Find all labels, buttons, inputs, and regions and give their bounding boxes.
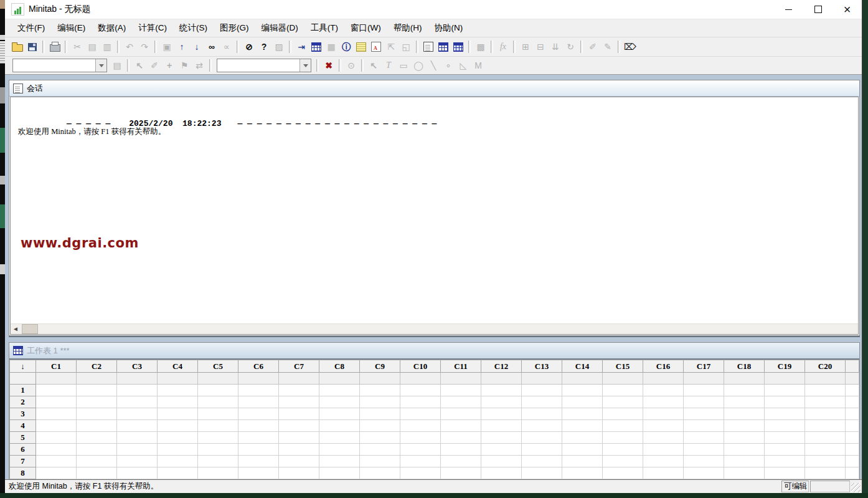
worksheet-cell[interactable] <box>279 396 319 408</box>
column-header-c15[interactable]: C15 <box>603 360 643 373</box>
worksheet-cell[interactable] <box>522 432 562 444</box>
worksheet-cell[interactable] <box>158 432 198 444</box>
worksheet-cell[interactable] <box>522 385 562 396</box>
row-header-8[interactable]: 8 <box>10 467 36 479</box>
worksheet-cell[interactable] <box>846 396 859 408</box>
previous-command-icon[interactable]: ↑ <box>174 40 189 54</box>
worksheet-cell[interactable] <box>319 467 360 479</box>
column-name-cell[interactable] <box>238 373 279 385</box>
worksheet-cell[interactable] <box>36 420 77 432</box>
worksheet-cell[interactable] <box>360 479 400 480</box>
name-row-header[interactable] <box>10 373 36 385</box>
worksheet-cell[interactable] <box>360 456 400 467</box>
worksheet-cell[interactable] <box>319 385 360 396</box>
menu-item[interactable]: 计算(C) <box>132 20 173 36</box>
worksheet-cell[interactable] <box>765 479 805 480</box>
worksheet-cell[interactable] <box>603 396 643 408</box>
scroll-left-icon[interactable]: ◄ <box>11 324 21 334</box>
worksheet-cell[interactable] <box>36 385 77 396</box>
row-header-2[interactable]: 2 <box>10 396 36 408</box>
worksheet-cell[interactable] <box>319 456 360 467</box>
worksheet-cell[interactable] <box>279 479 319 480</box>
worksheet-cell[interactable] <box>643 432 684 444</box>
worksheet-cell[interactable] <box>77 432 117 444</box>
worksheet-cell[interactable] <box>643 396 684 408</box>
worksheet-cell[interactable] <box>319 420 360 432</box>
menu-item[interactable]: 文件(F) <box>11 20 51 36</box>
worksheet-cell[interactable] <box>603 444 643 456</box>
worksheet-cell[interactable] <box>684 420 724 432</box>
worksheet-cell[interactable] <box>481 420 522 432</box>
worksheet-cell[interactable] <box>846 385 859 396</box>
worksheet-cell[interactable] <box>360 432 400 444</box>
worksheet-cell[interactable] <box>77 467 117 479</box>
worksheet-cell[interactable] <box>481 396 522 408</box>
print-icon[interactable] <box>47 40 62 54</box>
column-header-c8[interactable]: C8 <box>319 360 360 373</box>
worksheet-cell[interactable] <box>805 420 846 432</box>
exchange-rows-icon[interactable]: ↻ <box>563 40 578 54</box>
column-header-c12[interactable]: C12 <box>481 360 522 373</box>
menu-item[interactable]: 协助(N) <box>428 20 469 36</box>
marker-tool-icon[interactable]: ∘ <box>441 59 456 72</box>
column-header-c11[interactable]: C11 <box>441 360 481 373</box>
worksheet-cell[interactable] <box>117 408 158 420</box>
graph-combobox-value[interactable] <box>13 59 95 72</box>
cancel-icon[interactable]: ⊘ <box>242 40 257 54</box>
worksheet-window-titlebar[interactable]: 工作表 1 *** <box>9 343 859 360</box>
worksheet-cell[interactable] <box>724 467 765 479</box>
worksheet-cell[interactable] <box>441 467 481 479</box>
column-name-cell[interactable] <box>765 373 805 385</box>
session-window-icon[interactable] <box>421 40 436 54</box>
worksheet-cell[interactable] <box>481 479 522 480</box>
worksheet-cell[interactable] <box>238 408 279 420</box>
worksheet-cell[interactable] <box>724 444 765 456</box>
show-history-icon[interactable] <box>354 40 369 54</box>
worksheet-cell[interactable] <box>522 396 562 408</box>
worksheet-cell[interactable] <box>441 444 481 456</box>
cut-icon[interactable]: ✂ <box>70 40 85 54</box>
brush-icon[interactable]: ✐ <box>147 59 162 72</box>
worksheet-cell[interactable] <box>279 408 319 420</box>
graph-properties-icon[interactable]: ▤ <box>110 59 125 72</box>
worksheet-cell[interactable] <box>562 420 603 432</box>
worksheet-cell[interactable] <box>117 385 158 396</box>
worksheet-cell[interactable] <box>805 432 846 444</box>
brush-points-icon[interactable]: ✐ <box>585 40 600 54</box>
column-header-c20[interactable]: C20 <box>805 360 846 373</box>
worksheet-cell[interactable] <box>846 467 859 479</box>
worksheet-cell[interactable] <box>765 456 805 467</box>
column-header-c10[interactable]: C10 <box>400 360 441 373</box>
worksheet-cell[interactable] <box>765 396 805 408</box>
worksheet-cell[interactable] <box>603 385 643 396</box>
worksheet-cell[interactable] <box>562 396 603 408</box>
worksheet-cell[interactable] <box>481 467 522 479</box>
worksheet-cell[interactable] <box>117 420 158 432</box>
worksheet-cell[interactable] <box>117 467 158 479</box>
worksheet-cell[interactable] <box>319 432 360 444</box>
worksheet-cell[interactable] <box>360 396 400 408</box>
polyline-tool-icon[interactable]: ◺ <box>456 59 471 72</box>
column-header-c17[interactable]: C17 <box>684 360 724 373</box>
worksheet-cell[interactable] <box>158 385 198 396</box>
menu-item[interactable]: 统计(S) <box>173 20 214 36</box>
combobox-dropdown-icon[interactable] <box>300 59 311 72</box>
worksheet-cell[interactable] <box>684 456 724 467</box>
scrollbar-thumb[interactable] <box>22 324 38 334</box>
column-name-cell[interactable] <box>279 373 319 385</box>
column-header-c14[interactable]: C14 <box>562 360 603 373</box>
worksheet-cell[interactable] <box>522 456 562 467</box>
worksheet-cell[interactable] <box>198 456 238 467</box>
brush-set-id-icon[interactable]: ✎ <box>600 40 615 54</box>
worksheet-cell[interactable] <box>562 479 603 480</box>
worksheet-cell[interactable] <box>77 408 117 420</box>
worksheet-cell[interactable] <box>643 420 684 432</box>
edit-last-dialog-icon[interactable]: ▣ <box>159 40 174 54</box>
show-info-icon[interactable]: ⓘ <box>339 40 354 54</box>
worksheet-cell[interactable] <box>765 467 805 479</box>
column-name-cell[interactable] <box>562 373 603 385</box>
worksheet-cell[interactable] <box>400 479 441 480</box>
worksheet-cell[interactable] <box>562 444 603 456</box>
ellipse-tool-icon[interactable]: ◯ <box>411 59 426 72</box>
worksheet-cell[interactable] <box>805 479 846 480</box>
